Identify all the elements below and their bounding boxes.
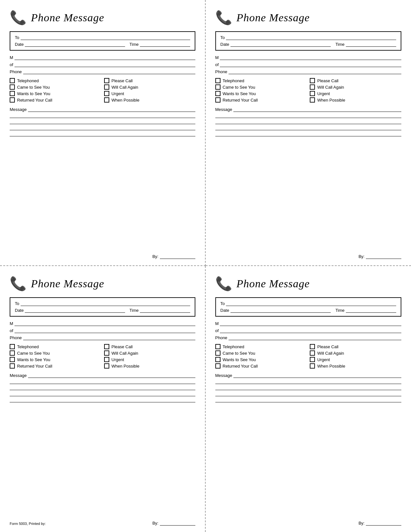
time-underline-bl[interactable] <box>140 312 190 313</box>
message-line-2[interactable] <box>10 118 195 118</box>
message-line-2-bl[interactable] <box>10 384 195 384</box>
checkbox-came-to-see-br[interactable]: Came to See You <box>215 350 307 356</box>
checkbox-returned-call-tr[interactable]: Returned Your Call <box>215 97 307 103</box>
checkbox-box-will-call-again-bl[interactable] <box>104 350 109 356</box>
message-underline-first[interactable] <box>28 112 195 112</box>
of-underline-br[interactable] <box>220 333 401 333</box>
checkbox-wants-to-see-bl[interactable]: Wants to See You <box>10 357 101 362</box>
by-underline-br[interactable] <box>366 525 401 526</box>
message-line-3-br[interactable] <box>215 390 402 390</box>
date-underline-br[interactable] <box>230 312 331 313</box>
checkbox-will-call-again[interactable]: Will Call Again <box>104 84 195 90</box>
checkbox-box-please-call-bl[interactable] <box>104 344 109 349</box>
message-line-5[interactable] <box>10 136 195 136</box>
of-underline[interactable] <box>15 67 195 67</box>
checkbox-came-to-see[interactable]: Came to See You <box>10 84 101 90</box>
checkbox-box-urgent-br[interactable] <box>310 357 315 362</box>
m-underline-tr[interactable] <box>220 60 401 60</box>
checkbox-telephoned-br[interactable]: Telephoned <box>215 344 307 349</box>
checkbox-box-wants-to-see-br[interactable] <box>215 357 220 362</box>
message-line-5-tr[interactable] <box>215 136 402 136</box>
of-underline-tr[interactable] <box>220 67 401 67</box>
message-line-4[interactable] <box>10 130 195 130</box>
checkbox-please-call[interactable]: Please Call <box>104 78 195 83</box>
checkbox-box-please-call[interactable] <box>104 78 109 83</box>
checkbox-box-wants-to-see[interactable] <box>10 91 15 96</box>
checkbox-box-came-to-see-br[interactable] <box>215 350 220 356</box>
checkbox-box-will-call-again-tr[interactable] <box>310 84 315 90</box>
checkbox-urgent-tr[interactable]: Urgent <box>310 91 401 96</box>
by-underline[interactable] <box>160 259 195 259</box>
message-underline-first-tr[interactable] <box>233 112 401 112</box>
checkbox-came-to-see-bl[interactable]: Came to See You <box>10 350 101 356</box>
checkbox-when-possible-bl[interactable]: When Possible <box>104 363 195 369</box>
to-underline-tr[interactable] <box>226 40 396 40</box>
checkbox-box-wants-to-see-bl[interactable] <box>10 357 15 362</box>
m-underline-br[interactable] <box>220 326 401 326</box>
message-line-5-br[interactable] <box>215 402 402 402</box>
checkbox-urgent[interactable]: Urgent <box>104 91 195 96</box>
message-line-2-br[interactable] <box>215 384 402 384</box>
time-underline-tr[interactable] <box>346 46 396 47</box>
checkbox-box-urgent[interactable] <box>104 91 109 96</box>
by-underline-tr[interactable] <box>366 259 401 259</box>
checkbox-box-returned-call-tr[interactable] <box>215 97 220 103</box>
checkbox-box-came-to-see-bl[interactable] <box>10 350 15 356</box>
by-underline-bl[interactable] <box>160 525 195 526</box>
checkbox-box-when-possible[interactable] <box>104 97 109 103</box>
checkbox-box-returned-call-br[interactable] <box>215 363 220 369</box>
checkbox-wants-to-see-br[interactable]: Wants to See You <box>215 357 307 362</box>
message-line-4-bl[interactable] <box>10 396 195 396</box>
checkbox-when-possible-tr[interactable]: When Possible <box>310 97 401 103</box>
checkbox-telephoned-bl[interactable]: Telephoned <box>10 344 101 349</box>
checkbox-urgent-br[interactable]: Urgent <box>310 357 401 362</box>
message-line-4-br[interactable] <box>215 396 402 396</box>
checkbox-came-to-see-tr[interactable]: Came to See You <box>215 84 307 90</box>
checkbox-urgent-bl[interactable]: Urgent <box>104 357 195 362</box>
checkbox-returned-call-br[interactable]: Returned Your Call <box>215 363 307 369</box>
checkbox-please-call-br[interactable]: Please Call <box>310 344 401 349</box>
checkbox-box-urgent-tr[interactable] <box>310 91 315 96</box>
to-underline[interactable] <box>21 40 190 40</box>
message-line-3-bl[interactable] <box>10 390 195 390</box>
checkbox-when-possible-br[interactable]: When Possible <box>310 363 401 369</box>
phone-underline-tr[interactable] <box>229 74 401 74</box>
m-underline-bl[interactable] <box>15 326 195 326</box>
message-line-2-tr[interactable] <box>215 118 402 118</box>
checkbox-will-call-again-tr[interactable]: Will Call Again <box>310 84 401 90</box>
checkbox-please-call-tr[interactable]: Please Call <box>310 78 401 83</box>
checkbox-wants-to-see[interactable]: Wants to See You <box>10 91 101 96</box>
checkbox-telephoned[interactable]: Telephoned <box>10 78 101 83</box>
message-line-4-tr[interactable] <box>215 130 402 130</box>
date-underline[interactable] <box>25 46 125 47</box>
checkbox-will-call-again-br[interactable]: Will Call Again <box>310 350 401 356</box>
message-underline-first-bl[interactable] <box>28 378 195 378</box>
checkbox-box-returned-call[interactable] <box>10 97 15 103</box>
of-underline-bl[interactable] <box>15 333 195 333</box>
checkbox-box-wants-to-see-tr[interactable] <box>215 91 220 96</box>
to-underline-bl[interactable] <box>21 306 190 306</box>
m-underline[interactable] <box>15 60 195 60</box>
message-line-3-tr[interactable] <box>215 124 402 124</box>
checkbox-telephoned-tr[interactable]: Telephoned <box>215 78 307 83</box>
checkbox-when-possible[interactable]: When Possible <box>104 97 195 103</box>
date-underline-tr[interactable] <box>230 46 331 47</box>
checkbox-box-telephoned-tr[interactable] <box>215 78 220 83</box>
message-underline-first-br[interactable] <box>233 378 401 378</box>
checkbox-box-telephoned-br[interactable] <box>215 344 220 349</box>
checkbox-box-returned-call-bl[interactable] <box>10 363 15 369</box>
phone-underline[interactable] <box>23 74 195 74</box>
checkbox-box-came-to-see[interactable] <box>10 84 15 90</box>
phone-underline-bl[interactable] <box>23 340 195 340</box>
message-line-5-bl[interactable] <box>10 402 195 402</box>
checkbox-box-will-call-again[interactable] <box>104 84 109 90</box>
checkbox-box-when-possible-bl[interactable] <box>104 363 109 369</box>
phone-underline-br[interactable] <box>229 340 401 340</box>
checkbox-box-when-possible-br[interactable] <box>310 363 315 369</box>
to-underline-br[interactable] <box>226 306 396 306</box>
date-underline-bl[interactable] <box>25 312 125 313</box>
checkbox-wants-to-see-tr[interactable]: Wants to See You <box>215 91 307 96</box>
checkbox-box-when-possible-tr[interactable] <box>310 97 315 103</box>
checkbox-please-call-bl[interactable]: Please Call <box>104 344 195 349</box>
checkbox-returned-call-bl[interactable]: Returned Your Call <box>10 363 101 369</box>
